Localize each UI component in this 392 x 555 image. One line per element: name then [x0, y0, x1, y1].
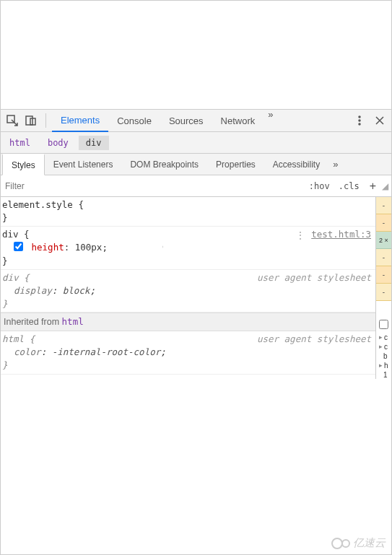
property-value: -internal-root-color: [52, 346, 161, 357]
watermark-text: 亿速云: [353, 536, 386, 550]
crumb-div[interactable]: div: [79, 136, 109, 150]
source-link[interactable]: test.html:3: [311, 228, 371, 241]
logo-ring-icon: [341, 539, 350, 548]
cls-toggle[interactable]: .cls: [334, 181, 364, 191]
side-stripe: -: [376, 214, 391, 232]
more-tabs-icon[interactable]: »: [263, 109, 277, 132]
side-stripe: -: [376, 249, 391, 266]
filter-input[interactable]: [1, 176, 305, 196]
breadcrumb: html body div: [1, 132, 391, 154]
svg-rect-1: [26, 116, 32, 125]
side-stripe: -: [376, 284, 391, 301]
kebab-menu-icon[interactable]: [351, 112, 368, 129]
subtab-accessibility[interactable]: Accessibility: [264, 154, 328, 175]
triangle-right-icon: ▸: [378, 333, 383, 341]
side-stripe: 2 ×: [376, 232, 391, 249]
svg-point-5: [359, 123, 360, 125]
semicolon: ;: [90, 285, 95, 296]
side-stripe: -: [376, 197, 391, 214]
main-tabs: Elements Console Sources Network »: [52, 109, 349, 132]
side-expand[interactable]: ▸h: [376, 360, 391, 370]
hov-toggle[interactable]: :hov: [305, 181, 334, 191]
svg-point-3: [359, 116, 360, 118]
open-brace: {: [78, 199, 84, 210]
device-toggle-icon[interactable]: [22, 112, 40, 129]
open-brace: {: [24, 229, 30, 240]
semicolon: ;: [160, 346, 166, 357]
tab-console[interactable]: Console: [108, 109, 160, 132]
panes: element.style { } test.html:3 div { ⋮ he…: [1, 197, 391, 379]
open-brace: {: [30, 333, 35, 344]
side-num: 1: [376, 370, 391, 379]
property-name: display: [14, 285, 52, 296]
text-cursor-icon: [162, 241, 163, 253]
triangle-right-icon: ▸: [378, 343, 383, 350]
logo-ring-icon: [331, 538, 343, 549]
property-name: color: [14, 346, 41, 357]
separator: [45, 113, 46, 128]
side-checkbox[interactable]: [378, 320, 390, 329]
toolbar-right: [351, 112, 388, 129]
side-column: - - 2 × - - - ▸c ▸c b ▸h 1: [375, 197, 391, 379]
watermark: 亿速云: [331, 536, 386, 550]
svg-point-4: [359, 120, 360, 121]
rule-element-style[interactable]: element.style { }: [1, 197, 375, 227]
property-value: block: [63, 285, 90, 296]
property-display: display: block;: [2, 284, 374, 297]
close-brace: }: [2, 298, 8, 309]
tab-sources[interactable]: Sources: [160, 109, 212, 132]
source-user-agent: user agent stylesheet: [257, 333, 371, 346]
crumb-html[interactable]: html: [2, 136, 38, 150]
styles-pane: element.style { } test.html:3 div { ⋮ he…: [1, 197, 375, 379]
new-style-rule-icon[interactable]: +: [364, 180, 382, 193]
inherited-label: Inherited from: [4, 317, 62, 327]
selector-text: element.style: [2, 199, 73, 210]
property-height[interactable]: height: 100px;: [2, 241, 374, 254]
rule-html-user-agent: user agent stylesheet html { color: -int…: [1, 331, 375, 374]
rule-div-author[interactable]: test.html:3 div { ⋮ height: 100px; }: [1, 227, 375, 269]
close-brace: }: [2, 359, 8, 370]
filter-row: :hov .cls + ◢: [1, 175, 391, 197]
selector-text: div: [2, 229, 19, 240]
source-user-agent: user agent stylesheet: [257, 271, 371, 284]
inherited-from-bar: Inherited from html: [1, 313, 375, 331]
close-brace: }: [2, 212, 8, 223]
rule-menu-icon[interactable]: ⋮: [295, 228, 311, 242]
inherited-element[interactable]: html: [62, 316, 84, 327]
crumb-body[interactable]: body: [40, 136, 76, 150]
subtab-styles[interactable]: Styles: [2, 154, 45, 175]
close-brace: }: [2, 255, 8, 266]
property-toggle[interactable]: [14, 242, 23, 251]
subtab-event-listeners[interactable]: Event Listeners: [45, 154, 122, 175]
resize-corner-icon[interactable]: ◢: [382, 181, 391, 191]
close-icon[interactable]: [371, 112, 388, 129]
side-stripe: -: [376, 266, 391, 284]
selector-text: div: [2, 272, 19, 283]
tab-elements[interactable]: Elements: [52, 109, 108, 132]
tab-network[interactable]: Network: [212, 109, 264, 132]
rule-div-user-agent: user agent stylesheet div { display: blo…: [1, 270, 375, 313]
property-value: 100px: [75, 242, 103, 253]
side-letter: b: [376, 351, 391, 360]
subtab-dom-breakpoints[interactable]: DOM Breakpoints: [121, 154, 207, 175]
open-brace: {: [24, 272, 30, 283]
property-name: height: [32, 242, 64, 253]
subtab-properties[interactable]: Properties: [207, 154, 264, 175]
semicolon: ;: [102, 242, 108, 253]
more-subtabs-icon[interactable]: »: [328, 159, 342, 170]
selector-text: html: [2, 333, 24, 344]
triangle-right-icon: ▸: [378, 362, 383, 369]
sidebar-tabs: Styles Event Listeners DOM Breakpoints P…: [1, 154, 391, 175]
property-color: color: -internal-root-color;: [2, 346, 374, 359]
side-expand[interactable]: ▸c: [376, 332, 391, 341]
inspect-icon[interactable]: [4, 112, 21, 129]
rendered-page-area: [1, 1, 391, 109]
devtools-toolbar: Elements Console Sources Network »: [1, 109, 391, 132]
side-expand[interactable]: ▸c: [376, 341, 391, 351]
